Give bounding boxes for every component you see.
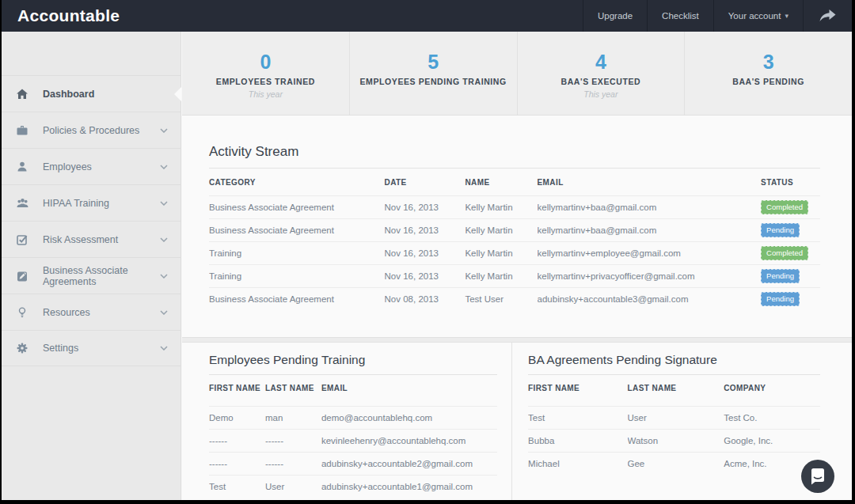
- chevron-down-icon: [160, 165, 168, 169]
- sidebar-item-hipaa-training[interactable]: HIPAA Training: [2, 184, 180, 221]
- ba-agreements-pending-signature-title: BA Agreements Pending Signature: [528, 353, 820, 375]
- column-header-category: CATEGORY: [209, 178, 385, 187]
- column-header-name: NAME: [465, 178, 537, 187]
- sidebar-item-label: HIPAA Training: [43, 198, 109, 209]
- stat-sublabel: This year: [249, 89, 283, 99]
- account-menu-button[interactable]: Your account ▾: [713, 0, 803, 32]
- upgrade-label: Upgrade: [598, 11, 633, 21]
- stats-band: 0 EMPLOYEES TRAINED This year 5 EMPLOYEE…: [182, 32, 852, 116]
- cell-email: kevinleehenry@accountablehq.com: [321, 436, 497, 445]
- cell-name: Kelly Martin: [465, 225, 537, 235]
- cell-email: adubinsky+accountable2@gmail.com: [321, 459, 497, 468]
- sidebar-item-label: Policies & Procedures: [43, 125, 139, 136]
- cell-email: kellymartinv+baa@gmail.com: [538, 203, 762, 212]
- column-header-company: COMPANY: [724, 384, 820, 392]
- cell-date: Nov 16, 2013: [385, 248, 466, 258]
- checklist-label: Checklist: [662, 11, 699, 21]
- table-row: ------ ------ adubinsky+accountable2@gma…: [209, 452, 497, 475]
- table-row: Training Nov 16, 2013 Kelly Martin kelly…: [209, 264, 820, 287]
- table-row: Michael Gee Acme, Inc.: [528, 452, 820, 475]
- app-logo[interactable]: Accountable: [2, 6, 135, 25]
- cell-last-name: User: [265, 482, 321, 491]
- share-arrow-icon: [819, 9, 836, 22]
- sidebar-item-label: Dashboard: [43, 89, 94, 100]
- sidebar-item-label: Settings: [43, 343, 78, 354]
- cell-last-name: User: [628, 413, 724, 423]
- cell-company: Google, Inc.: [724, 436, 820, 445]
- account-label: Your account: [728, 11, 781, 21]
- sidebar-item-dashboard[interactable]: Dashboard: [2, 75, 180, 112]
- section-divider: [182, 337, 852, 343]
- activity-stream-title: Activity Stream: [209, 144, 820, 169]
- column-header-date: DATE: [385, 178, 466, 187]
- cell-category: Training: [209, 248, 385, 258]
- status-badge: Pending: [761, 292, 800, 306]
- gear-icon: [16, 342, 43, 354]
- column-header-last-name: LAST NAME: [265, 384, 321, 392]
- column-header-email: EMAIL: [321, 384, 497, 392]
- table-row: Bubba Watson Google, Inc.: [528, 429, 820, 452]
- check-square-icon: [16, 233, 43, 246]
- column-header-first-name: FIRST NAME: [528, 384, 627, 392]
- cell-last-name: man: [265, 413, 321, 423]
- table-row: ------ ------ kevinleehenry@accountableh…: [209, 429, 497, 452]
- table-row: Test User adubinsky+accountable1@gmail.c…: [209, 475, 497, 498]
- status-badge: Completed: [761, 200, 808, 214]
- cell-company: Test Co.: [724, 413, 820, 423]
- table-row: Business Associate Agreement Nov 16, 201…: [209, 195, 820, 218]
- cell-first-name: Demo: [209, 413, 265, 423]
- sidebar-item-label: Business Associate Agreements: [43, 265, 160, 287]
- sidebar: Dashboard Policies & Procedures Employee…: [2, 32, 181, 500]
- cell-last-name: ------: [265, 459, 321, 468]
- share-button[interactable]: [803, 0, 852, 32]
- pencil-square-icon: [16, 270, 43, 282]
- employees-pending-training-section: Employees Pending Training FIRST NAME LA…: [182, 343, 512, 500]
- pending-signature-table-header: FIRST NAME LAST NAME COMPANY: [528, 375, 820, 400]
- stat-employees-pending-training: 5 EMPLOYEES PENDING TRAINING: [350, 32, 518, 115]
- cell-first-name: ------: [209, 436, 265, 445]
- cell-date: Nov 08, 2013: [385, 294, 466, 304]
- app-window: Accountable Upgrade Checklist Your accou…: [2, 0, 852, 500]
- checklist-button[interactable]: Checklist: [647, 0, 713, 32]
- stat-baas-executed: 4 BAA'S EXECUTED This year: [518, 32, 686, 115]
- main-content: 0 EMPLOYEES TRAINED This year 5 EMPLOYEE…: [182, 32, 852, 500]
- cell-email: kellymartinv+employee@gmail.com: [538, 248, 762, 258]
- chevron-down-icon: [160, 201, 168, 206]
- cell-date: Nov 16, 2013: [385, 225, 466, 235]
- cell-email: demo@accountablehq.com: [321, 413, 497, 423]
- upgrade-button[interactable]: Upgrade: [583, 0, 647, 32]
- top-navbar: Accountable Upgrade Checklist Your accou…: [2, 0, 852, 32]
- stat-label: BAA'S PENDING: [732, 77, 804, 86]
- sidebar-item-risk-assessment[interactable]: Risk Assessment: [2, 221, 180, 257]
- stat-baas-pending: 3 BAA'S PENDING: [685, 32, 852, 115]
- stat-label: EMPLOYEES TRAINED: [216, 77, 315, 86]
- cell-email: adubinsky+accountable3@gmail.com: [538, 294, 762, 304]
- chat-bubble-icon: [801, 460, 834, 493]
- table-row: Business Associate Agreement Nov 08, 201…: [209, 287, 820, 310]
- cell-name: Kelly Martin: [465, 271, 537, 281]
- cell-last-name: Watson: [628, 436, 724, 445]
- status-badge: Completed: [761, 246, 808, 260]
- cell-first-name: Michael: [528, 459, 627, 468]
- chevron-down-icon: [160, 274, 168, 279]
- chat-launcher-button[interactable]: [801, 460, 834, 493]
- sidebar-item-employees[interactable]: Employees: [2, 148, 180, 184]
- sidebar-item-settings[interactable]: Settings: [2, 330, 180, 366]
- cell-name: Test User: [465, 294, 537, 304]
- sidebar-item-label: Employees: [43, 161, 92, 172]
- users-group-icon: [16, 197, 43, 210]
- sidebar-item-label: Resources: [43, 307, 90, 318]
- sidebar-item-policies[interactable]: Policies & Procedures: [2, 112, 180, 148]
- sidebar-nav: Dashboard Policies & Procedures Employee…: [2, 75, 180, 366]
- activity-stream-section: Activity Stream CATEGORY DATE NAME EMAIL…: [209, 144, 820, 310]
- table-row: Business Associate Agreement Nov 16, 201…: [209, 218, 820, 241]
- sidebar-item-resources[interactable]: Resources: [2, 294, 180, 330]
- cell-category: Training: [209, 271, 385, 281]
- pending-training-table-header: FIRST NAME LAST NAME EMAIL: [209, 375, 497, 400]
- stat-value: 0: [260, 52, 271, 72]
- cell-date: Nov 16, 2013: [385, 203, 466, 212]
- chevron-down-icon: [160, 310, 168, 315]
- cell-email: kellymartinv+baa@gmail.com: [538, 225, 762, 235]
- sidebar-item-business-associate-agreements[interactable]: Business Associate Agreements: [2, 257, 180, 294]
- status-badge: Pending: [761, 223, 800, 237]
